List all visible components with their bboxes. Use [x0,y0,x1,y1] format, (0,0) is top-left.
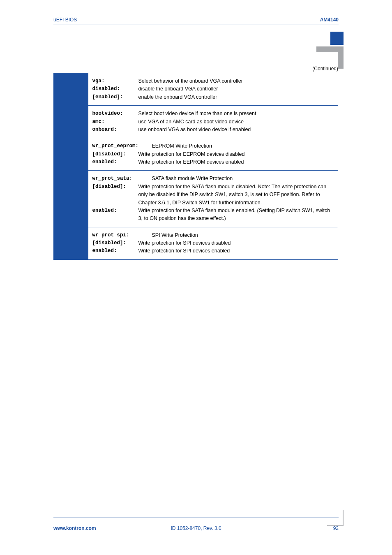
item-key: [disabled]: [92,239,138,247]
corner-bracket-icon [327,510,344,526]
row-content-cell: wr_prot_spi: SPI Write Protection [disab… [88,227,338,259]
option-desc: Select behavior of the onboard VGA contr… [138,77,334,85]
row-content-cell: vga: Select behavior of the onboard VGA … [88,73,338,106]
item-val: Write protection for the SATA flash modu… [138,207,334,223]
header-right: AM4140 [320,17,339,23]
option-key: vga: [92,77,138,85]
table-row: wr_prot_eeprom: EEPROM Write Protection … [54,138,338,171]
page: uEFI BIOS AM4140 (Continued) vga: Select… [0,0,392,555]
logo-stem-icon [338,46,344,69]
row-label-cell [54,73,88,106]
item-val: Write protection for SPI devices disable… [138,239,334,247]
option-desc: SATA flash module Write Protection [152,175,334,183]
row-content-cell: wr_prot_sata: SATA flash module Write Pr… [88,171,338,227]
kontron-logo [310,32,344,65]
row-label-cell [54,227,88,259]
logo-square-icon [330,32,344,45]
header-left: uEFI BIOS [53,17,77,23]
item-val: Write protection for EEPROM devices disa… [138,150,334,158]
item-key: enabled: [92,207,138,223]
item-key: enabled: [92,247,138,255]
item-key: [disabled]: [92,150,138,158]
item-val: use onboard VGA as boot video device if … [138,126,334,134]
item-val: Write protection for the SATA flash modu… [138,183,334,207]
row-content-cell: bootvideo: Select boot video device if m… [88,106,338,138]
item-val: Write protection for EEPROM devices enab… [138,158,334,166]
option-key: wr_prot_eeprom: [92,142,152,150]
item-key: [enabled]: [92,93,138,101]
option-desc: SPI Write Protection [152,231,334,239]
option-key: wr_prot_spi: [92,231,152,239]
item-val: disable the onboard VGA controller [138,85,334,93]
item-key: amc: [92,118,138,126]
footer-rule [53,518,339,518]
table-row: wr_prot_spi: SPI Write Protection [disab… [54,227,338,259]
option-desc: Select boot video device if more than on… [138,110,334,118]
row-label-cell [54,106,88,138]
header-rule: uEFI BIOS AM4140 [53,25,339,25]
table-row: wr_prot_sata: SATA flash module Write Pr… [54,171,338,227]
row-label-cell [54,138,88,171]
table-continued-label: (Continued) [53,66,338,72]
item-key: [disabled]: [92,183,138,207]
item-val: Write protection for SPI devices enabled [138,247,334,255]
item-key: onboard: [92,126,138,134]
table-row: bootvideo: Select boot video device if m… [54,106,338,138]
item-key: enabled: [92,158,138,166]
table-row: vga: Select behavior of the onboard VGA … [54,73,338,106]
option-desc: EEPROM Write Protection [152,142,334,150]
row-label-cell [54,171,88,227]
option-key: wr_prot_sata: [92,175,152,183]
item-val: use VGA of an AMC card as boot video dev… [138,118,334,126]
item-val: enable the onboard VGA controller [138,93,334,101]
item-key: disabled: [92,85,138,93]
option-key: bootvideo: [92,110,138,118]
row-content-cell: wr_prot_eeprom: EEPROM Write Protection … [88,138,338,171]
options-table: vga: Select behavior of the onboard VGA … [53,73,338,260]
footer-page-number: 92 [333,525,339,531]
